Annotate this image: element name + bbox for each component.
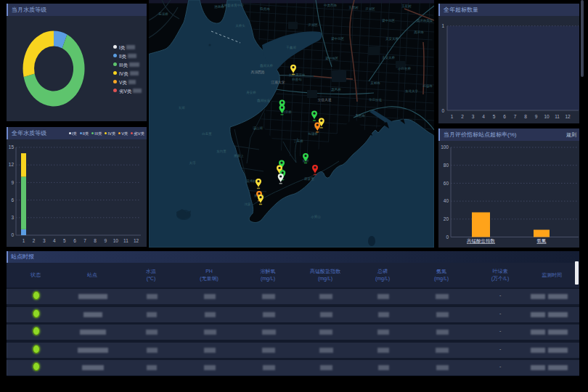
svg-text:小白在桥: 小白在桥 [398,67,412,70]
svg-text:吴都路: 吴都路 [370,81,380,85]
svg-text:梁中北区: 梁中北区 [331,36,345,41]
svg-text:7: 7 [83,238,86,243]
svg-text:3: 3 [472,114,475,119]
svg-text:12: 12 [9,162,15,167]
svg-text:汤山湖: 汤山湖 [253,126,263,131]
svg-text:长广溪湿地: 长广溪湿地 [289,73,306,77]
svg-text:东淮大学: 东淮大学 [405,89,419,93]
svg-text:高锰酸盐指数: 高锰酸盐指数 [467,238,496,244]
svg-text:1: 1 [23,238,25,243]
svg-text:氨氮: 氨氮 [537,238,547,243]
svg-text:6: 6 [11,197,14,203]
svg-text:7: 7 [514,114,517,119]
svg-text:15: 15 [9,144,15,150]
svg-text:太湖: 太湖 [179,106,186,110]
svg-text:立信大道: 立信大道 [317,97,331,102]
svg-text:蠡湖大桥: 蠡湖大桥 [260,63,274,68]
svg-text:60: 60 [444,181,449,186]
svg-text:滨湖区: 滨湖区 [308,23,318,27]
svg-text:惠风桥: 惠风桥 [330,88,341,91]
svg-text:祝埭桥: 祝埭桥 [308,132,318,136]
svg-text:2: 2 [461,114,464,119]
svg-text:1: 1 [441,23,444,28]
svg-text:小箕山: 小箕山 [311,215,321,219]
svg-text:12: 12 [134,238,139,243]
svg-text:高浪路: 高浪路 [414,30,424,34]
svg-text:科普馆: 科普馆 [292,78,302,81]
svg-text:大桥头: 大桥头 [235,24,245,28]
svg-text:0: 0 [441,108,444,113]
svg-text:10: 10 [113,238,119,243]
svg-text:40: 40 [444,198,449,203]
svg-text:高浪西路: 高浪西路 [250,70,264,75]
svg-text:大桥新体育中心: 大桥新体育中心 [221,3,244,7]
svg-text:白石里: 白石里 [202,131,212,136]
svg-text:隐秀路: 隐秀路 [260,7,270,12]
svg-text:11: 11 [555,114,560,119]
svg-text:8: 8 [94,238,97,243]
svg-text:丁石桥: 丁石桥 [293,139,303,143]
svg-text:梁中地区: 梁中地区 [325,56,339,60]
svg-text:梁中北区: 梁中北区 [382,18,396,23]
svg-text:南泉上: 南泉上 [234,154,244,158]
svg-text:五星村: 五星村 [401,4,412,9]
svg-text:9: 9 [535,114,538,119]
svg-text:20: 20 [444,216,449,221]
svg-text:天安大桥: 天安大桥 [385,37,399,41]
svg-text:东均里: 东均里 [216,150,226,153]
svg-text:12: 12 [565,114,571,119]
svg-text:0: 0 [446,234,449,240]
svg-text:4: 4 [53,238,56,243]
svg-text:9: 9 [11,180,14,185]
svg-text:江南大学: 江南大学 [270,81,285,84]
svg-text:薛家里: 薛家里 [304,177,314,181]
svg-text:具区路: 具区路 [355,113,365,118]
svg-text:吴塘村: 吴塘村 [246,179,256,184]
svg-text:8: 8 [524,114,527,119]
svg-text:4: 4 [482,114,485,119]
svg-text:大浮: 大浮 [189,160,197,165]
svg-text:天安大桥: 天安大桥 [382,56,396,60]
svg-text:千鑫湖: 千鑫湖 [286,46,296,49]
svg-text:高浪路高架: 高浪路高架 [417,19,433,23]
svg-text:蠡湖街道: 蠡湖街道 [257,98,271,103]
svg-text:11: 11 [123,238,128,243]
svg-text:0: 0 [11,232,14,237]
svg-text:华庄街道: 华庄街道 [369,98,383,102]
svg-text:3: 3 [11,215,14,220]
svg-text:2: 2 [33,238,36,243]
svg-text:石渎桥: 石渎桥 [158,12,168,16]
svg-text:5: 5 [63,238,66,243]
svg-text:80: 80 [444,163,449,168]
svg-text:100: 100 [441,144,449,150]
svg-text:1: 1 [451,114,454,119]
svg-text:9: 9 [104,238,107,243]
svg-text:10: 10 [544,114,550,119]
svg-text:中类西路: 中类西路 [324,3,338,7]
svg-text:滨湖区: 滨湖区 [365,7,375,11]
svg-text:沈家: 沈家 [245,203,252,206]
svg-text:五里村: 五里村 [348,5,359,10]
svg-text:5: 5 [493,114,496,119]
svg-text:3: 3 [43,238,46,243]
svg-text:机场路: 机场路 [422,84,433,89]
svg-text:6: 6 [503,114,506,119]
svg-text:6: 6 [73,238,76,243]
